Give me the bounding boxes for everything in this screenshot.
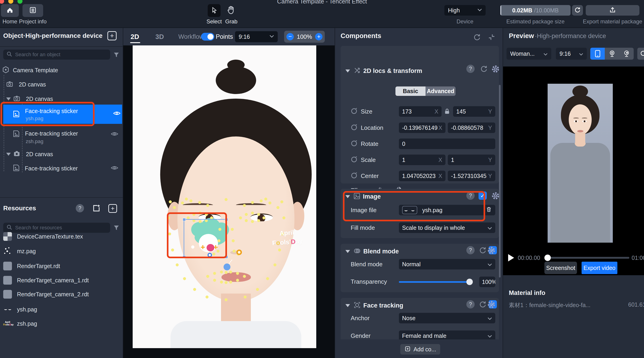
size-y-input[interactable]: 145Y (453, 106, 495, 117)
blend-mode-select[interactable]: Normal (399, 259, 495, 270)
transparency-value[interactable]: 100% (479, 277, 495, 287)
face-gear-icon[interactable] (487, 300, 496, 310)
keyframe-icon[interactable] (351, 123, 358, 132)
ratio-select[interactable]: 9:16 (235, 31, 278, 42)
size-x-input[interactable]: 173X (399, 106, 442, 117)
workflow-toggle[interactable] (201, 33, 214, 40)
tree-item-2d-canvas-2[interactable]: 2D canvas (6, 94, 53, 103)
collapse-arrow-icon[interactable] (346, 69, 350, 72)
webcam-source-button[interactable] (605, 48, 619, 60)
expand-arrow-icon[interactable] (6, 153, 11, 156)
grab-tool-button[interactable] (226, 4, 236, 16)
keyframe-icon[interactable] (351, 172, 358, 180)
transform-help-icon[interactable]: ? (466, 65, 474, 73)
timeline-knob[interactable] (544, 255, 551, 261)
selection-handle[interactable] (225, 218, 228, 221)
transparency-slider[interactable] (399, 281, 472, 283)
zoom-in-button[interactable]: + (315, 33, 322, 40)
resource-item[interactable]: RenderTarget_camera_1.rdt (3, 276, 89, 285)
face-tracking-header[interactable]: Face tracking (346, 301, 403, 310)
home-button[interactable] (1, 4, 19, 17)
expand-arrow-icon[interactable] (6, 97, 11, 100)
face-refresh-icon[interactable] (478, 300, 487, 309)
location-y-input[interactable]: -0.08860578Y (448, 122, 495, 133)
anchor-select[interactable]: Nose (399, 313, 495, 323)
resources-help-icon[interactable]: ? (76, 204, 84, 212)
trash-icon[interactable] (486, 206, 492, 214)
keyframe-icon[interactable] (351, 107, 358, 116)
center-x-input[interactable]: 1.047052023X (399, 171, 446, 181)
components-collapse-icon[interactable] (488, 33, 496, 42)
sticker-selection-box[interactable] (184, 219, 227, 258)
add-component-button[interactable]: Add co... (400, 344, 440, 355)
resource-item[interactable]: RenderTarget.rdt (3, 262, 60, 270)
resource-item[interactable]: mz.pag (3, 247, 36, 256)
resource-item[interactable]: AprilFoolsDay zsh.pag (3, 319, 37, 328)
transform-section-header[interactable]: 2D locs & transform (346, 66, 422, 75)
blend-gear-icon2[interactable] (487, 246, 496, 256)
resource-search-input[interactable] (15, 225, 107, 231)
resource-item[interactable]: DeviceCameraTexture.tex (3, 232, 83, 241)
preview-refresh-button[interactable] (637, 48, 644, 60)
zoom-out-button[interactable]: − (286, 33, 294, 40)
resource-search[interactable] (3, 223, 110, 233)
visibility-eye-icon[interactable] (110, 131, 118, 138)
object-filter-icon[interactable] (113, 52, 120, 59)
tree-item-2d-canvas-3[interactable]: 2D canvas (6, 150, 53, 159)
scale-y-input[interactable]: 1Y (448, 155, 495, 165)
add-object-button[interactable]: + (108, 31, 116, 40)
refresh-package-button[interactable] (572, 5, 583, 15)
collapse-arrow-icon[interactable] (346, 250, 350, 253)
tab-advanced[interactable]: Advanced (426, 86, 456, 96)
image-file-input[interactable]: ysh.pag (399, 205, 495, 215)
collapse-arrow-icon[interactable] (346, 304, 350, 307)
collapse-arrow-icon[interactable] (346, 195, 350, 198)
transform-refresh-icon[interactable] (480, 65, 488, 74)
object-search[interactable] (3, 49, 110, 60)
tree-item-camera-template[interactable]: Camera Template (2, 66, 58, 75)
tree-item-face-tracking-sticker-3[interactable]: Face-tracking sticker (12, 164, 78, 173)
resource-item[interactable]: RenderTarget_camera_2.rdt (3, 290, 89, 299)
face-help-icon[interactable]: ? (466, 300, 474, 309)
tree-item-face-tracking-sticker-ysh[interactable]: Face-tracking sticker ysh.pag (3, 105, 122, 124)
image-enabled-checkbox[interactable]: ✓ (478, 192, 487, 200)
components-refresh-icon[interactable] (473, 33, 481, 42)
select-tool-button[interactable] (208, 4, 220, 17)
image-help-icon[interactable]: ? (466, 192, 474, 200)
add-resource-button[interactable]: + (108, 204, 117, 213)
lock-icon[interactable] (444, 108, 451, 116)
selection-handle[interactable] (183, 218, 186, 221)
project-info-button[interactable] (22, 4, 43, 17)
scale-x-input[interactable]: 1X (399, 155, 446, 165)
keyframe-icon[interactable] (351, 139, 358, 148)
canvas-viewport[interactable]: + + April Fools'Day (123, 45, 334, 358)
center-y-input[interactable]: -1.527310345Y (448, 171, 495, 181)
device-quality-select[interactable]: High (444, 5, 486, 15)
transform-gear-icon[interactable] (491, 65, 500, 74)
object-search-input[interactable] (15, 52, 107, 57)
resource-item[interactable]: ysh.pag (3, 305, 37, 314)
image-section-header[interactable]: Image (346, 192, 381, 201)
tab-basic[interactable]: Basic (396, 86, 426, 96)
location-x-input[interactable]: -0.139676149X (399, 122, 446, 133)
export-video-button[interactable]: Export video (582, 262, 618, 274)
resource-filter-icon[interactable] (113, 225, 120, 232)
blend-section-header[interactable]: Blend mode (346, 247, 399, 256)
blend-help-icon[interactable]: ? (466, 246, 474, 254)
play-button[interactable] (508, 254, 514, 262)
rotate-input[interactable]: 0 (399, 138, 495, 149)
tab-3d[interactable]: 3D (156, 28, 164, 45)
model-select[interactable]: Woman... (506, 48, 551, 60)
components-scrollbar[interactable] (499, 85, 500, 278)
selection-handle[interactable] (183, 256, 186, 259)
keyframe-icon[interactable] (351, 155, 358, 164)
webcam-source-button-2[interactable] (619, 48, 634, 60)
screenshot-button[interactable]: Screenshot (544, 262, 577, 274)
preview-ratio-select[interactable]: 9:16 (556, 48, 587, 60)
timeline-slider[interactable] (544, 257, 629, 259)
export-package-button[interactable] (586, 5, 640, 15)
visibility-eye-icon[interactable] (113, 110, 121, 117)
tree-item-2d-canvas-1[interactable]: 2D canvas (6, 80, 46, 89)
phone-source-button[interactable] (590, 48, 605, 60)
blend-refresh-icon[interactable] (478, 246, 487, 255)
